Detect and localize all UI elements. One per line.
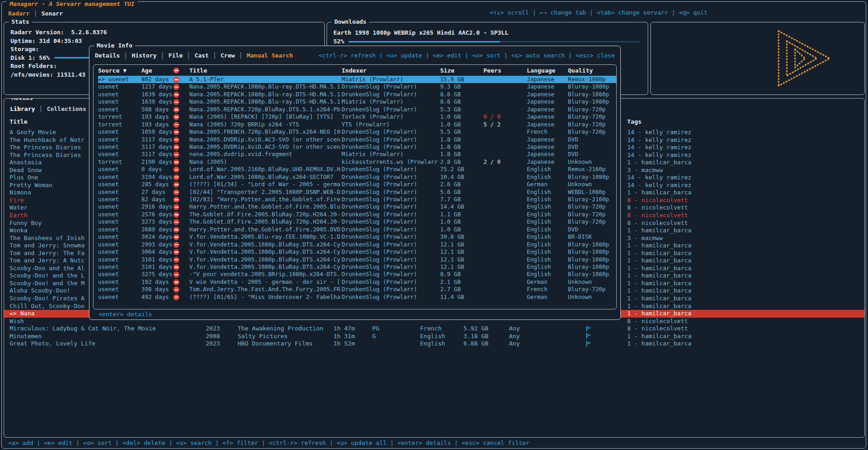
search-result-row[interactable]: usenet492 days(????) [01/65] - "Miss Und… <box>98 293 616 301</box>
result-indexer-cell: DrunkenSlug (Prowlarr) <box>342 256 440 263</box>
search-result-row[interactable]: usenet27 days[02/44] "Transporter 2.2005… <box>98 188 616 196</box>
language-column-header[interactable]: Language <box>527 67 568 74</box>
reject-column-header[interactable] <box>173 67 189 74</box>
search-result-row[interactable]: usenet2689 daysHarry.Potter.and.the.Gobl… <box>98 226 616 233</box>
result-age-cell: 2993 days <box>141 241 173 248</box>
search-result-row[interactable]: usenet3117 daysnana.2005.dvdrip.xvid.fra… <box>98 151 616 158</box>
search-result-row[interactable]: usenet508 daysNana.2005.REPACK.720p.BluR… <box>98 106 616 113</box>
indexer-column-header[interactable]: Indexer <box>342 67 440 74</box>
peers-column-header[interactable]: Peers <box>483 67 527 74</box>
tab-cast[interactable]: Cast <box>194 52 208 59</box>
monitored-flag-icon <box>586 333 627 340</box>
search-result-row[interactable]: torrent2190 daysNana (2005)kickasstorren… <box>98 158 616 166</box>
result-size-cell: 1.8 GB <box>440 143 483 151</box>
result-title-cell: nana.2005.dvdrip.xvid.fragment <box>189 151 342 158</box>
tab-radarr[interactable]: Radarr <box>8 10 30 17</box>
search-result-row[interactable]: usenet3064 daysV.for.Vendetta.2005.1080p… <box>98 248 616 256</box>
movie-tag-cell: 14 - kelly ramirez <box>627 152 864 159</box>
title-column-header[interactable]: Title <box>189 67 342 74</box>
search-table-header: Source ▼ Age Title Indexer Size Peers La… <box>98 65 616 76</box>
movie-tag-cell: 3 - macmww <box>627 167 864 174</box>
quality-column-header[interactable]: Quality <box>568 67 616 74</box>
movie-row[interactable]: Miraculous: Ladybug & Cat Noir, The Movi… <box>4 325 864 333</box>
search-result-row[interactable]: usenet1639 daysNana.2005.REPACK.1080p.Bl… <box>98 98 616 105</box>
result-quality-cell: Bluray-1080p <box>568 271 616 278</box>
result-peers-cell <box>483 211 527 218</box>
movie-row[interactable]: Minutemen2008Salty Pictures1h 31mGEnglis… <box>4 333 864 340</box>
result-age-cell: 193 days <box>141 113 173 120</box>
search-result-row[interactable]: usenet3117 daysNana.2005.DVDRip.XviD.AC3… <box>98 136 616 143</box>
search-result-row[interactable]: usenet285 days(????) [01/34] - "Lord of … <box>98 181 616 188</box>
result-peers-cell <box>483 76 527 83</box>
no-entry-icon <box>173 84 179 90</box>
tab-collections[interactable]: Collections <box>47 105 86 112</box>
result-age-cell: 3101 days <box>141 263 173 271</box>
result-source-cell: torrent <box>98 121 141 128</box>
search-result-row[interactable]: usenet2993 daysV.for.Vendetta.2005.1080p… <box>98 241 616 248</box>
search-result-row[interactable]: usenet3101 daysV.for.Vendetta.2005.1080p… <box>98 263 616 271</box>
tab-sonarr[interactable]: Sonarr <box>42 10 63 17</box>
result-reject-cell <box>173 218 189 225</box>
tab-manual-search[interactable]: Manual Search <box>247 52 293 59</box>
search-result-row[interactable]: => usenet802 daysA 5.1-PTerMiatrix (Prow… <box>98 76 616 83</box>
search-result-row[interactable]: usenet1217 daysNana.2005.REPACK.1080p.Bl… <box>98 83 616 90</box>
result-indexer-cell: DrunkenSlug (Prowlarr) <box>342 293 440 301</box>
search-result-row[interactable]: usenet3275 days-"V pour vendetta.2005.BR… <box>98 271 616 278</box>
search-result-row[interactable]: usenet3194 daysLord.of.War.2005.1080p.Bl… <box>98 173 616 181</box>
search-result-row[interactable]: usenet398 daysTom.And.Jerry.The.Fast.And… <box>98 286 616 293</box>
tab-divider: │ <box>239 52 243 59</box>
tab-divider: │ <box>161 52 164 59</box>
search-result-row[interactable]: usenet2576 daysThe.Goblet.Of.Fire.2005.B… <box>98 211 616 218</box>
result-source-cell: torrent <box>98 113 141 120</box>
tab-file[interactable]: File <box>168 52 182 59</box>
tab-history[interactable]: History <box>132 52 157 59</box>
search-result-row[interactable]: usenet3101 daysV.for.Vendetta.2005.1080p… <box>98 256 616 263</box>
search-result-row[interactable]: usenet3117 daysNana.2005.DVDRip.XviD.AC3… <box>98 143 616 151</box>
search-result-row[interactable]: torrent193 daysNana (2005) 720p BRRip x2… <box>98 121 616 128</box>
monitored-flag-icon <box>586 325 627 333</box>
monitored-flag-icon <box>586 340 627 348</box>
result-peers-cell <box>483 143 527 151</box>
result-age-cell: 3024 days <box>141 233 173 241</box>
result-source-cell: => usenet <box>98 76 141 83</box>
tab-crew[interactable]: Crew <box>221 52 235 59</box>
search-result-row[interactable]: usenet1639 daysNana.2005.REPACK.1080p.Bl… <box>98 91 616 98</box>
result-peers-cell <box>483 83 527 90</box>
result-reject-cell <box>173 196 189 203</box>
search-result-row[interactable]: usenet2916 daysHarry.Potter.and.the.Gobl… <box>98 203 616 210</box>
source-column-header[interactable]: Source ▼ <box>98 67 141 74</box>
movie-tag-cell: 14 - kelly ramirez <box>627 129 864 136</box>
tab-details[interactable]: Details <box>95 52 120 59</box>
uptime: Uptime: 31d 04:35:03 <box>10 37 319 46</box>
search-result-row[interactable]: usenet1059 daysNana.2005.FRENCH.720p.Blu… <box>98 128 616 136</box>
search-result-row[interactable]: usenet82 days[02/83] "Harry.Potter.and.t… <box>98 196 616 203</box>
tab-library[interactable]: Library <box>10 105 35 112</box>
movie-tag-cell: 14 - kelly ramirez <box>627 174 864 182</box>
result-source-cell: usenet <box>98 226 141 233</box>
search-result-row[interactable]: usenet192 daysV wie Vendetta - 2005 - ge… <box>98 278 616 286</box>
search-result-row[interactable]: torrent193 daysNana (2005) [REPACK] [720… <box>98 113 616 120</box>
result-age-cell: 398 days <box>141 286 173 293</box>
movie-tag-cell: 1 - hamilcar_barca <box>627 227 864 235</box>
result-title-cell: Nana (2005) <box>189 158 342 166</box>
age-column-header[interactable]: Age <box>141 67 173 74</box>
movie-row[interactable]: Great Photo, Lovely Life2023HBO Document… <box>4 340 864 348</box>
result-peers-cell <box>483 278 527 286</box>
result-size-cell: 30.8 GB <box>440 233 483 241</box>
result-language-cell: Japanese <box>527 158 568 166</box>
movie-tag-cell: 14 - kelly ramirez <box>627 136 864 144</box>
search-result-row[interactable]: usenet3024 daysV.for.Vendetta.2005.Blu-r… <box>98 233 616 241</box>
no-entry-icon <box>173 107 179 113</box>
result-title-cell: V.for.Vendetta.2005.1080p.BluRay.DTS.x26… <box>189 241 342 248</box>
search-result-row[interactable]: usenet0 daysLord.of.War.2005.2160p.BluRa… <box>98 166 616 173</box>
size-column-header[interactable]: Size <box>440 67 483 74</box>
movies-tags-header[interactable]: Tags <box>627 118 864 125</box>
result-size-cell: 9.3 GB <box>440 83 483 90</box>
download-item-title: Earth 1998 1080p WEBRip x265 Hindi AAC2.… <box>333 28 641 37</box>
search-result-row[interactable]: usenet3273 daysThe.Goblet.Of.Fire.2005.B… <box>98 218 616 225</box>
result-size-cell: 1.0 GB <box>440 121 483 128</box>
movie-quality-cell: Any <box>509 340 586 348</box>
no-entry-icon <box>173 129 179 135</box>
movie-tag-cell: 14 - kelly ramirez <box>627 144 864 152</box>
result-source-cell: usenet <box>98 136 141 143</box>
